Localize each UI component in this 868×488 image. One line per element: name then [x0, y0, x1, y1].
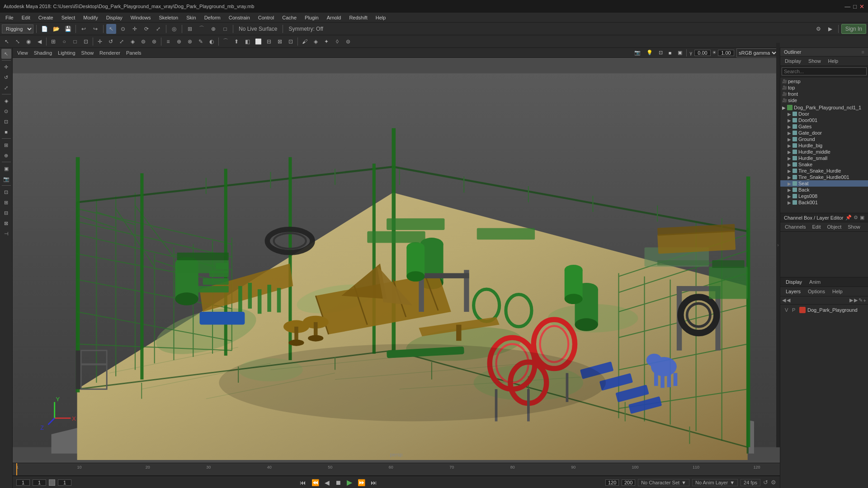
outliner-item-door001[interactable]: ▶ Door001	[780, 117, 868, 123]
new-scene-button[interactable]: 📄	[39, 24, 49, 34]
connect-button[interactable]: ⊡	[286, 37, 296, 47]
substance-button[interactable]: ◈	[311, 37, 321, 47]
minimize-button[interactable]: —	[844, 3, 850, 10]
redo-button[interactable]: ↪	[90, 24, 100, 34]
snap-point-button[interactable]: ⊕	[208, 24, 218, 34]
move-tool-button[interactable]: ✛	[130, 24, 140, 34]
offset-edge-button[interactable]: ⊠	[275, 37, 285, 47]
outliner-item-hurdle-small[interactable]: ▶ Hurdle_small	[780, 155, 868, 161]
menu-plugin[interactable]: Plugin	[301, 14, 322, 21]
soft-select-button[interactable]: ◎	[169, 24, 179, 34]
lasso-select-button[interactable]: ⊙	[118, 24, 128, 34]
display-tab[interactable]: Display	[784, 278, 804, 286]
maximize-button[interactable]: □	[853, 3, 857, 10]
select-tool-button[interactable]: ↖	[106, 24, 116, 34]
snap-curve-button[interactable]: ⌒	[197, 24, 207, 34]
sphere-button[interactable]: ○	[59, 37, 69, 47]
end-frame-input-2[interactable]	[622, 479, 635, 486]
outliner-display-tab[interactable]: Display	[783, 57, 803, 65]
step-forward-button[interactable]: ⏩	[356, 479, 367, 486]
menu-modify[interactable]: Modify	[80, 14, 101, 21]
channel-box-pin-button[interactable]: 📌	[845, 215, 852, 221]
renderer-menu[interactable]: Renderer	[97, 49, 123, 56]
layer-add-button[interactable]: +	[863, 298, 866, 303]
select-hierarchy-button[interactable]: ↖	[2, 37, 12, 47]
universal-mode-button[interactable]: ◈	[127, 37, 137, 47]
outliner-search-input[interactable]	[782, 67, 867, 75]
smooth-shade-button[interactable]: ■	[666, 49, 675, 56]
snap-live-button[interactable]: ⊕	[174, 37, 184, 47]
menu-help[interactable]: Help	[372, 14, 390, 21]
layers-tab[interactable]: Layers	[784, 288, 802, 295]
select-component-button[interactable]: ◉	[24, 37, 33, 47]
soft-mod-button[interactable]: ⊚	[138, 37, 148, 47]
snap-grid-left-button[interactable]: ⊞	[1, 140, 11, 150]
render-region-button[interactable]: ▣	[1, 164, 11, 174]
outliner-item-tire-snake[interactable]: ▶ Tire_Snake_Hurdle	[780, 168, 868, 174]
outliner-item-side[interactable]: 🎥 side	[780, 97, 868, 103]
insert-edge-button[interactable]: ⊟	[264, 37, 274, 47]
undo-button[interactable]: ↩	[79, 24, 89, 34]
snap-object-left-button[interactable]: ⊕	[1, 150, 11, 160]
rotate-mode-button[interactable]: ↺	[106, 37, 116, 47]
menu-deform[interactable]: Deform	[201, 14, 224, 21]
camera-icon[interactable]: 📷	[632, 49, 643, 56]
play-forward-button[interactable]: ▶	[345, 478, 354, 487]
menu-cache[interactable]: Cache	[278, 14, 300, 21]
bridge-button[interactable]: ⬜	[253, 37, 263, 47]
channels-tab[interactable]: Channels	[783, 223, 807, 230]
menu-windows[interactable]: Windows	[127, 14, 155, 21]
outliner-options-button[interactable]: ≡	[862, 49, 864, 55]
brush-tool-button[interactable]: ✎	[196, 37, 206, 47]
layer-nav-button-3[interactable]: ▶	[849, 297, 853, 303]
layer-color-swatch[interactable]	[799, 307, 806, 313]
manipulator-button[interactable]: ⊞	[48, 37, 58, 47]
rotate-mode-left-button[interactable]: ↺	[1, 72, 11, 82]
lighting-menu[interactable]: Lighting	[55, 49, 78, 56]
close-button[interactable]: ✕	[859, 3, 864, 10]
playback-options-button[interactable]: ⚙	[771, 479, 776, 486]
outliner-item-dogpark[interactable]: ▶ Dog_Park_Playground_ncl1_1	[780, 104, 868, 111]
options-tab[interactable]: Options	[806, 288, 827, 295]
menu-edit[interactable]: Edit	[18, 14, 34, 21]
move-mode-left-button[interactable]: ✛	[1, 62, 11, 72]
cube-button[interactable]: □	[70, 37, 80, 47]
move-mode-button[interactable]: ✛	[95, 37, 105, 47]
outliner-item-snake[interactable]: ▶ Snake	[780, 161, 868, 168]
rotate-tool-button[interactable]: ⟳	[142, 24, 151, 34]
menu-skeleton[interactable]: Skeleton	[155, 14, 182, 21]
xgen-button[interactable]: ✦	[321, 37, 331, 47]
snap-grid-button[interactable]: ⊞	[185, 24, 195, 34]
vertex-mode-button[interactable]: ⊙	[1, 106, 11, 116]
current-frame-input[interactable]	[33, 479, 46, 486]
gamma-input[interactable]	[694, 50, 711, 56]
exposure-input[interactable]	[718, 50, 734, 56]
anim-tab[interactable]: Anim	[807, 278, 822, 286]
cylinder-button[interactable]: ⊡	[81, 37, 91, 47]
align-button[interactable]: ≡	[163, 37, 173, 47]
workspace-selector[interactable]: Rigging Animation Modeling	[2, 24, 33, 33]
outliner-item-hurdle-big[interactable]: ▶ Hurdle_big	[780, 142, 868, 149]
stop-button[interactable]: ⏹	[334, 479, 343, 486]
outliner-item-back001[interactable]: ▶ Back001	[780, 199, 868, 206]
save-scene-button[interactable]: 💾	[63, 24, 73, 34]
outliner-item-back[interactable]: ▶ Back	[780, 187, 868, 193]
layout-button-1[interactable]: ⊡	[1, 187, 11, 197]
sign-in-button[interactable]: Sign In	[841, 24, 866, 34]
step-back-button[interactable]: ⏪	[310, 479, 321, 486]
scale-mode-left-button[interactable]: ⤢	[1, 83, 11, 93]
panel-collapse-button[interactable]: ›	[776, 43, 780, 447]
outliner-item-legs008[interactable]: ▶ Legs008	[780, 193, 868, 199]
component-mode-button[interactable]: ◈	[1, 96, 11, 106]
lighting-icon[interactable]: 💡	[644, 49, 656, 56]
bifrost-button[interactable]: ◊	[332, 37, 342, 47]
layout-button-3[interactable]: ⊟	[1, 208, 11, 218]
outliner-help-tab[interactable]: Help	[826, 57, 840, 65]
no-live-surface-button[interactable]: No Live Surface	[236, 24, 280, 34]
outliner-show-tab[interactable]: Show	[807, 57, 823, 65]
render-button[interactable]: ▶	[826, 24, 835, 34]
menu-skin[interactable]: Skin	[183, 14, 199, 21]
menu-file[interactable]: File	[2, 14, 17, 21]
symmetry-button[interactable]: Symmetry: Off	[286, 24, 326, 34]
paint-effects-button[interactable]: 🖌	[300, 37, 310, 47]
